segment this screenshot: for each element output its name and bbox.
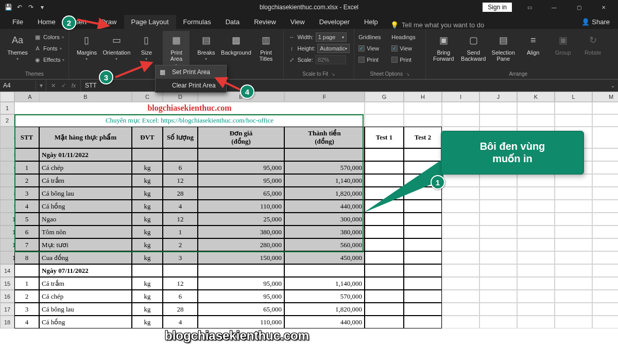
headings-view-checkbox[interactable]: ✓ <box>391 45 398 51</box>
group-arrange: ▣Bring Forward ▢Send Backward ▤Selection… <box>426 29 610 79</box>
name-box[interactable]: A4 <box>0 81 36 90</box>
height-icon: ↕ <box>288 45 295 51</box>
col-header-D[interactable]: D <box>163 92 198 102</box>
col-header-C[interactable]: C <box>132 92 163 102</box>
row-header-1[interactable]: 1 <box>0 102 14 114</box>
col-header-J[interactable]: J <box>479 92 517 102</box>
tab-view[interactable]: View <box>283 15 312 29</box>
tab-formulas[interactable]: Formulas <box>176 15 218 29</box>
selection-pane-icon: ▤ <box>495 32 511 48</box>
group-themes: Aa Themes ▾ ▦Colors ▾ AFonts ▾ ◉Effects … <box>0 29 69 79</box>
undo-icon[interactable]: ↶ <box>15 3 24 11</box>
col-header-L[interactable]: L <box>555 92 592 102</box>
tab-page-layout[interactable]: Page Layout <box>124 15 176 29</box>
col-header-F[interactable]: F <box>284 92 365 102</box>
selection-pane-button[interactable]: ▤Selection Pane <box>490 31 517 63</box>
tab-help[interactable]: Help <box>357 15 385 29</box>
breaks-button[interactable]: ▤Breaks▾ <box>193 31 219 62</box>
set-print-area-icon: ▦ <box>160 68 168 76</box>
orientation-icon: ▭ <box>108 32 125 48</box>
group-button[interactable]: ▣Group <box>550 31 576 57</box>
align-button[interactable]: ≡Align <box>520 31 546 57</box>
col-header-H[interactable]: H <box>404 92 442 102</box>
lightbulb-icon: 💡 <box>390 21 399 29</box>
fx-icon[interactable]: fx <box>70 82 77 89</box>
svg-line-3 <box>216 78 240 90</box>
group-sheet-options: Gridlines ✓ View Print Headings ✓ View P… <box>354 29 426 79</box>
col-header-G[interactable]: G <box>365 92 404 102</box>
formula-bar-expand[interactable]: ⌄ <box>608 82 618 89</box>
tab-review[interactable]: Review <box>247 15 283 29</box>
gridlines-view-checkbox[interactable]: ✓ <box>358 45 365 51</box>
title-bar: 💾 ↶ ↷ ▾ blogchiasekienthuc.com.xlsx - Ex… <box>0 0 618 14</box>
print-titles-button[interactable]: ▥Print Titles <box>252 31 279 63</box>
scale-launcher[interactable]: ↘ <box>331 72 335 77</box>
maximize-button[interactable]: ▢ <box>568 0 590 14</box>
themes-button[interactable]: Aa Themes ▾ <box>4 31 31 62</box>
tab-data[interactable]: Data <box>218 15 247 29</box>
annotation-badge-2: 2 <box>62 15 76 30</box>
row-header-18[interactable]: 18 <box>0 316 14 328</box>
col-header-K[interactable]: K <box>517 92 555 102</box>
tell-me-search[interactable]: 💡 Tell me what you want to do <box>390 21 484 29</box>
orientation-button[interactable]: ▭Orientation▾ <box>103 31 130 62</box>
row-header-16[interactable]: 16 <box>0 290 14 303</box>
ribbon: Aa Themes ▾ ▦Colors ▾ AFonts ▾ ◉Effects … <box>0 29 618 79</box>
group-arrange-label: Arrange <box>509 71 527 77</box>
col-header-B[interactable]: B <box>39 92 132 102</box>
height-select[interactable]: Automatic▾ <box>317 44 350 53</box>
rotate-button[interactable]: ↻Rotate <box>579 31 606 57</box>
tab-developer[interactable]: Developer <box>312 15 357 29</box>
gridlines-print-checkbox[interactable] <box>358 57 365 63</box>
close-button[interactable]: ✕ <box>592 0 615 14</box>
sign-in-button[interactable]: Sign in <box>483 3 512 12</box>
colors-button[interactable]: ▦Colors ▾ <box>34 32 64 42</box>
annotation-badge-3: 3 <box>99 70 113 84</box>
row-header-2[interactable]: 2 <box>0 114 14 127</box>
row-header-15[interactable]: 15 <box>0 277 14 290</box>
width-select[interactable]: 1 page▾ <box>316 32 347 42</box>
save-icon[interactable]: 💾 <box>4 3 12 11</box>
tab-home[interactable]: Home <box>30 15 63 29</box>
group-scale-to-fit: ↔Width: 1 page▾ ↕Height: Automatic▾ ⤢Sca… <box>284 29 354 79</box>
window-title: blogchiasekienthuc.com.xlsx - Excel <box>260 4 358 11</box>
scale-input[interactable]: 82% <box>315 55 346 64</box>
row-header-17[interactable]: 17 <box>0 303 14 316</box>
qat-customize-icon[interactable]: ▾ <box>38 3 46 11</box>
send-backward-icon: ▢ <box>465 32 482 48</box>
bring-forward-button[interactable]: ▣Bring Forward <box>430 31 457 63</box>
group-themes-label: Themes <box>25 71 44 77</box>
cancel-icon[interactable]: ✕ <box>49 82 57 89</box>
ribbon-options-icon[interactable]: ▭ <box>518 0 541 14</box>
name-box-dropdown[interactable]: ▾ <box>36 80 46 91</box>
size-icon: ▯ <box>138 32 154 48</box>
margins-button[interactable]: ▯Margins▾ <box>73 31 100 62</box>
effects-icon: ◉ <box>34 57 41 63</box>
annotation-arrow-3 <box>114 60 156 80</box>
row-header-14[interactable]: 14 <box>0 264 14 277</box>
share-button[interactable]: 👤 Share <box>573 15 618 29</box>
col-header-I[interactable]: I <box>442 92 479 102</box>
formula-bar: A4 ▾ ✕ ✓ fx STT ⌄ <box>0 79 618 92</box>
print-area-icon: ▦ <box>168 32 184 48</box>
annotation-badge-4: 4 <box>240 84 254 99</box>
effects-button[interactable]: ◉Effects ▾ <box>34 55 64 65</box>
background-button[interactable]: ▩Background <box>222 31 249 57</box>
spreadsheet-grid[interactable]: ABCDEFGHIJKLM1blogchiasekienthuc.com2Chu… <box>0 92 618 364</box>
tab-file[interactable]: File <box>5 15 30 29</box>
fonts-button[interactable]: AFonts ▾ <box>34 43 64 54</box>
group-sheet-options-label: Sheet Options <box>370 71 403 77</box>
print-area-button[interactable]: ▦Print Area▾ <box>163 31 190 68</box>
scale-icon: ⤢ <box>288 57 295 63</box>
group-icon: ▣ <box>555 32 571 48</box>
size-button[interactable]: ▯Size▾ <box>133 31 160 62</box>
send-backward-button[interactable]: ▢Send Backward <box>460 31 487 63</box>
annotation-callout: Bôi đen vùng muốn in <box>441 131 584 175</box>
sheet-options-launcher[interactable]: ↘ <box>406 72 410 77</box>
col-header-M[interactable]: M <box>592 92 618 102</box>
bring-forward-icon: ▣ <box>435 32 452 48</box>
redo-icon[interactable]: ↷ <box>27 3 35 11</box>
enter-icon[interactable]: ✓ <box>60 82 67 89</box>
headings-print-checkbox[interactable] <box>391 57 398 63</box>
minimize-button[interactable]: — <box>543 0 565 14</box>
